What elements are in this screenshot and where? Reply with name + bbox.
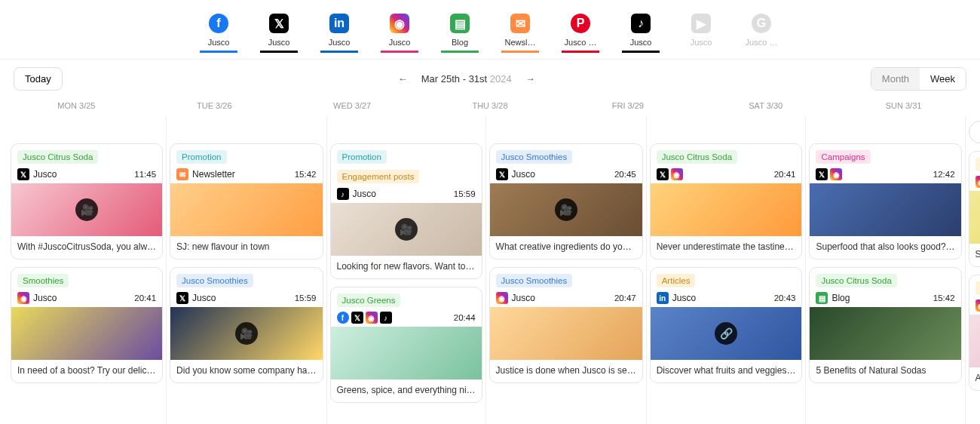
- today-button[interactable]: Today: [14, 67, 63, 91]
- post-card[interactable]: Jusco Citrus Soda ▤Blog 15:42 5 Benefits…: [809, 267, 961, 383]
- account-label: Jusco: [268, 38, 290, 47]
- day-header: SAT 3/30: [697, 101, 835, 110]
- post-network-icons: ▤Blog: [816, 292, 850, 304]
- post-card[interactable]: Campaigns 𝕏◉ 12:42 Superfood that also l…: [809, 143, 961, 260]
- post-tag: Promotion: [176, 150, 226, 164]
- post-caption: All smoothies are pretty. Some a…: [969, 367, 980, 390]
- ig-icon: ◉: [975, 176, 980, 188]
- post-caption: Never underestimate the tastine…: [651, 236, 802, 259]
- post-time: 20:47: [614, 293, 636, 303]
- post-account: Jusco: [353, 189, 376, 199]
- x-icon: 𝕏: [269, 14, 289, 33]
- account-youtube[interactable]: ▶Jusco: [682, 14, 720, 53]
- account-label: Jusco: [691, 38, 712, 47]
- post-meta-row: 𝕏Jusco 20:45: [490, 164, 642, 183]
- post-card[interactable]: Jusco Smoothies 𝕏Jusco 20:45 🎥 What crea…: [489, 143, 643, 260]
- post-caption: Did you know some company ha…: [170, 360, 322, 383]
- post-time: 15:42: [295, 170, 317, 179]
- tt-icon: ♪: [380, 312, 392, 324]
- post-caption: What creative ingredients do yo…: [490, 236, 642, 259]
- account-label: Jusco: [208, 38, 230, 47]
- post-network-icons: ◉Jusco: [496, 292, 535, 304]
- post-network-icons: 𝕏Jusco: [176, 292, 216, 304]
- x-icon: 𝕏: [657, 168, 669, 180]
- post-account: Blog: [831, 293, 850, 303]
- post-card[interactable]: Jusco Citrus Soda 𝕏Jusco 11:45 🎥 With #J…: [11, 143, 163, 260]
- day-header: FRI 3/29: [559, 101, 697, 110]
- post-card[interactable]: recipes ◉Jusco 21:42 All smoothies are p…: [969, 275, 980, 391]
- post-tag: Engagement posts: [337, 170, 420, 183]
- accounts-bar: fJusco 𝕏Jusco inJusco ◉Jusco ▤Blog ✉News…: [0, 0, 980, 59]
- li-icon: in: [657, 292, 669, 304]
- day-header: TUE 3/26: [145, 101, 283, 110]
- post-tag: Campaigns: [816, 150, 870, 164]
- account-blog[interactable]: ▤Blog: [441, 14, 479, 53]
- nl-icon: ✉: [176, 168, 188, 180]
- pinterest-icon: P: [571, 14, 590, 33]
- account-google[interactable]: GJusco …: [743, 14, 780, 53]
- post-card[interactable]: Jusco Citrus Soda 𝕏◉ 20:41 Never underes…: [650, 143, 803, 260]
- x-icon: 𝕏: [496, 168, 508, 180]
- new-post-button[interactable]: +New post: [969, 121, 980, 143]
- post-card[interactable]: Smoothies ◉Jusco 20:41 In need of a boos…: [11, 267, 163, 383]
- post-network-icons: ♪Jusco: [337, 188, 376, 200]
- facebook-icon: f: [209, 14, 228, 33]
- day-header: SUN 3/31: [835, 101, 972, 110]
- post-caption: Superfood that also looks good?…: [810, 236, 960, 259]
- post-caption: SJ: new flavour in town: [170, 236, 322, 259]
- account-newsletter[interactable]: ✉Newsl…: [501, 14, 539, 53]
- post-thumbnail: [810, 183, 960, 236]
- post-card[interactable]: Jusco Greens f𝕏◉♪ 20:44 Greens, spice, a…: [330, 287, 482, 403]
- post-network-icons: ◉Jusco: [975, 300, 980, 312]
- post-network-icons: inJusco: [657, 292, 696, 304]
- post-account: Jusco: [192, 293, 216, 303]
- view-toggle: Month Week: [871, 67, 966, 91]
- post-card[interactable]: Promotion ✉Newsletter 15:42 SJ: new flav…: [170, 143, 323, 260]
- post-card[interactable]: Jusco Smoothies ◉Jusco 20:47 Justice is …: [489, 267, 643, 383]
- post-account: Jusco: [512, 169, 535, 180]
- account-instagram[interactable]: ◉Jusco: [381, 14, 418, 53]
- post-card[interactable]: recipes ◉Jusco Soda 15:42 Summer is here…: [969, 151, 980, 267]
- post-meta-row: ◉Jusco 21:42: [969, 295, 980, 315]
- instagram-icon: ◉: [390, 14, 409, 33]
- month-view-button[interactable]: Month: [871, 68, 920, 90]
- account-facebook[interactable]: fJusco: [200, 14, 237, 53]
- account-pinterest[interactable]: PJusco …: [562, 14, 599, 53]
- post-thumbnail: 🎥: [11, 183, 162, 236]
- linkedin-icon: in: [329, 14, 349, 33]
- prev-arrow[interactable]: ←: [395, 70, 411, 88]
- post-network-icons: 𝕏◉: [657, 168, 683, 180]
- post-time: 15:59: [295, 293, 317, 303]
- account-label: Newsl…: [505, 38, 536, 47]
- day-col-thu: Jusco Smoothies 𝕏Jusco 20:45 🎥 What crea…: [486, 116, 647, 424]
- ig-icon: ◉: [830, 168, 842, 180]
- next-arrow[interactable]: →: [522, 70, 538, 88]
- newsletter-icon: ✉: [510, 14, 530, 33]
- account-x[interactable]: 𝕏Jusco: [260, 14, 298, 53]
- post-meta-row: ◉Jusco Soda 15:42: [969, 171, 980, 191]
- post-tag: Jusco Smoothies: [496, 274, 573, 287]
- youtube-icon: ▶: [691, 14, 711, 33]
- blog-icon: ▤: [450, 14, 470, 33]
- post-meta-row: ▤Blog 15:42: [810, 287, 960, 307]
- post-time: 20:41: [134, 293, 156, 303]
- post-thumbnail: [810, 307, 960, 360]
- post-card[interactable]: Jusco Smoothies 𝕏Jusco 15:59 🎥 Did you k…: [170, 267, 323, 383]
- day-col-sun: +New post recipes ◉Jusco Soda 15:42 Summ…: [966, 116, 980, 424]
- post-network-icons: ◉Jusco: [17, 292, 57, 304]
- post-network-icons: 𝕏◉: [816, 168, 842, 180]
- ig-icon: ◉: [671, 168, 683, 180]
- post-thumbnail: 🎥: [331, 203, 482, 256]
- post-thumbnail: [651, 183, 802, 236]
- post-meta-row: f𝕏◉♪ 20:44: [331, 307, 482, 327]
- calendar-grid: Jusco Citrus Soda 𝕏Jusco 11:45 🎥 With #J…: [0, 116, 980, 424]
- post-network-icons: ✉Newsletter: [176, 168, 235, 180]
- post-card[interactable]: PromotionEngagement posts ♪Jusco 15:59 🎥…: [330, 143, 482, 279]
- account-tiktok[interactable]: ♪Jusco: [622, 14, 660, 53]
- account-linkedin[interactable]: inJusco: [320, 14, 358, 53]
- post-card[interactable]: Articles inJusco 20:43 🔗 Discover what f…: [650, 267, 803, 383]
- post-network-icons: ◉Jusco Soda: [975, 176, 980, 188]
- week-view-button[interactable]: Week: [920, 68, 966, 90]
- post-thumbnail: [969, 315, 980, 367]
- post-meta-row: 𝕏Jusco 11:45: [11, 164, 162, 183]
